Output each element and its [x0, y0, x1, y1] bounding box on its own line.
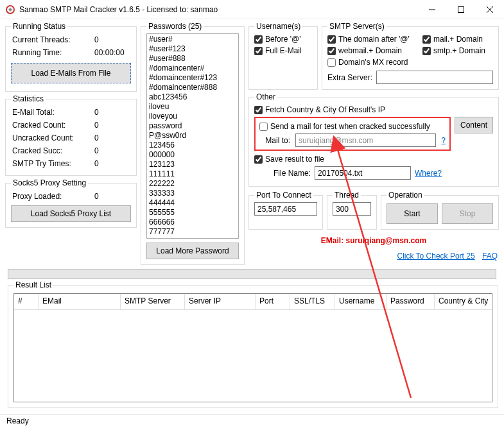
password-item[interactable]: 222222 — [149, 179, 236, 189]
status-text: Ready — [6, 416, 29, 425]
start-button[interactable]: Start — [387, 203, 438, 224]
password-item[interactable]: 123456 — [149, 141, 236, 150]
operation-legend: Operation — [387, 191, 424, 200]
mailto-help-link[interactable]: ? — [441, 136, 446, 145]
col-number[interactable]: # — [14, 294, 39, 309]
password-item[interactable]: #user#888 — [149, 54, 236, 64]
check-port-link[interactable]: Click To Check Port 25 — [397, 252, 474, 261]
window-title: Sanmao SMTP Mail Cracker v1.6.5 - Licens… — [19, 5, 417, 14]
running-time-label: Running Time: — [12, 48, 62, 57]
port-group: Port To Connect — [248, 191, 323, 230]
password-item[interactable]: #domaincenter# — [149, 64, 236, 73]
result-list-legend: Result List — [13, 280, 53, 289]
smtp-server-legend: SMTP Server(s) — [327, 22, 387, 31]
col-password[interactable]: Password — [387, 294, 435, 309]
password-item[interactable]: #domaincenter#888 — [149, 83, 236, 92]
filename-input[interactable] — [315, 166, 411, 180]
stat-value: 0 — [94, 159, 130, 168]
password-item[interactable]: iloveyou — [149, 112, 236, 121]
proxy-loaded-value: 0 — [94, 192, 130, 201]
operation-group: Operation Start Stop — [381, 191, 499, 230]
password-item[interactable]: 123123 — [149, 160, 236, 169]
progress-bar — [8, 269, 496, 279]
col-smtp-server[interactable]: SMTP Server — [121, 294, 185, 309]
load-emails-button[interactable]: Load E-Mails From File — [11, 63, 131, 83]
running-time-value: 00:00:00 — [94, 48, 130, 57]
col-country-city[interactable]: Country & City — [435, 294, 492, 309]
col-ssl-tls[interactable]: SSL/TLS — [290, 294, 335, 309]
passwords-listbox[interactable]: #user##user#123#user#888#domaincenter##d… — [146, 33, 239, 239]
statistics-legend: Statistics — [11, 94, 46, 103]
load-socks5-button[interactable]: Load Socks5 Proxy List — [11, 205, 131, 222]
load-more-password-button[interactable]: Load More Password — [146, 243, 239, 259]
password-item[interactable]: password — [149, 121, 236, 131]
mailto-highlight-box: Send a mail for test when cracked succes… — [254, 117, 451, 151]
username-group: Username(s) Before '@' Full E-Mail — [248, 22, 318, 90]
mailto-label: Mail to: — [259, 136, 290, 145]
status-bar: Ready — [0, 414, 504, 428]
email-contact-text: EMail: suruiqiang@msn.com — [248, 232, 499, 246]
fetch-country-checkbox[interactable]: Fetch Country & City Of Result's IP — [254, 104, 493, 116]
faq-link[interactable]: FAQ — [482, 252, 498, 261]
where-link[interactable]: Where? — [415, 169, 442, 178]
title-bar: Sanmao SMTP Mail Cracker v1.6.5 - Licens… — [0, 0, 504, 19]
domain-after-at-checkbox[interactable]: The domain after '@' — [327, 33, 420, 45]
password-item[interactable]: 666666 — [149, 218, 236, 227]
password-item[interactable]: 777777 — [149, 227, 236, 237]
passwords-legend: Passwords (25) — [146, 22, 204, 31]
stat-label: Uncracked Count: — [12, 133, 74, 142]
svg-rect-2 — [458, 6, 464, 12]
col-port[interactable]: Port — [256, 294, 290, 309]
thread-group: Thread — [327, 191, 377, 230]
password-item[interactable]: abc123456 — [149, 92, 236, 102]
stat-value: 0 — [94, 121, 130, 130]
mailto-input[interactable] — [295, 133, 436, 147]
content-button[interactable]: Content — [455, 117, 493, 133]
maximize-button[interactable] — [446, 0, 475, 19]
filename-label: File Name: — [274, 169, 311, 178]
col-server-ip[interactable]: Server IP — [185, 294, 256, 309]
username-legend: Username(s) — [254, 22, 302, 31]
password-item[interactable]: 000000 — [149, 150, 236, 160]
password-item[interactable]: 555555 — [149, 208, 236, 218]
password-item[interactable]: #user# — [149, 35, 236, 44]
running-status-group: Running Status Current Threads:0 Running… — [5, 22, 137, 92]
col-email[interactable]: EMail — [39, 294, 121, 309]
socks5-legend: Socks5 Proxy Setting — [11, 178, 88, 187]
close-button[interactable] — [475, 0, 504, 19]
stat-value: 0 — [94, 108, 130, 117]
port-input[interactable] — [254, 202, 317, 216]
result-table[interactable]: # EMail SMTP Server Server IP Port SSL/T… — [13, 293, 492, 402]
password-item[interactable]: #domaincenter#123 — [149, 73, 236, 83]
full-email-checkbox[interactable]: Full E-Mail — [254, 45, 312, 56]
port-legend: Port To Connect — [254, 191, 313, 200]
password-item[interactable]: 444444 — [149, 198, 236, 208]
stop-button[interactable]: Stop — [442, 203, 493, 224]
stat-label: Cracked Succ: — [12, 146, 62, 155]
stat-label: SMTP Try Times: — [12, 159, 71, 168]
stat-label: Cracked Count: — [12, 121, 65, 130]
mx-record-checkbox[interactable]: Domain's MX record — [327, 56, 420, 68]
stat-value: 0 — [94, 133, 130, 142]
col-username[interactable]: Username — [335, 294, 387, 309]
proxy-loaded-label: Proxy Loaded: — [12, 192, 62, 201]
password-item[interactable]: 333333 — [149, 189, 236, 198]
password-item[interactable]: 888888 — [149, 237, 236, 239]
mail-domain-checkbox[interactable]: mail.+ Domain — [422, 33, 493, 45]
extra-server-input[interactable] — [376, 71, 493, 84]
minimize-button[interactable] — [417, 0, 446, 19]
password-item[interactable]: #user#123 — [149, 44, 236, 54]
save-result-checkbox[interactable]: Save result to file — [254, 153, 493, 165]
current-threads-value: 0 — [94, 35, 130, 44]
current-threads-label: Current Threads: — [12, 35, 71, 44]
thread-legend: Thread — [333, 191, 361, 200]
passwords-group: Passwords (25) #user##user#123#user#888#… — [141, 22, 245, 265]
send-mail-test-checkbox[interactable]: Send a mail for test when cracked succes… — [259, 121, 446, 132]
smtp-domain-checkbox[interactable]: smtp.+ Domain — [422, 45, 493, 56]
thread-input[interactable] — [333, 202, 371, 216]
password-item[interactable]: P@ssw0rd — [149, 131, 236, 141]
password-item[interactable]: 111111 — [149, 169, 236, 179]
password-item[interactable]: iloveu — [149, 102, 236, 112]
webmail-domain-checkbox[interactable]: webmail.+ Domain — [327, 45, 420, 56]
before-at-checkbox[interactable]: Before '@' — [254, 33, 312, 45]
